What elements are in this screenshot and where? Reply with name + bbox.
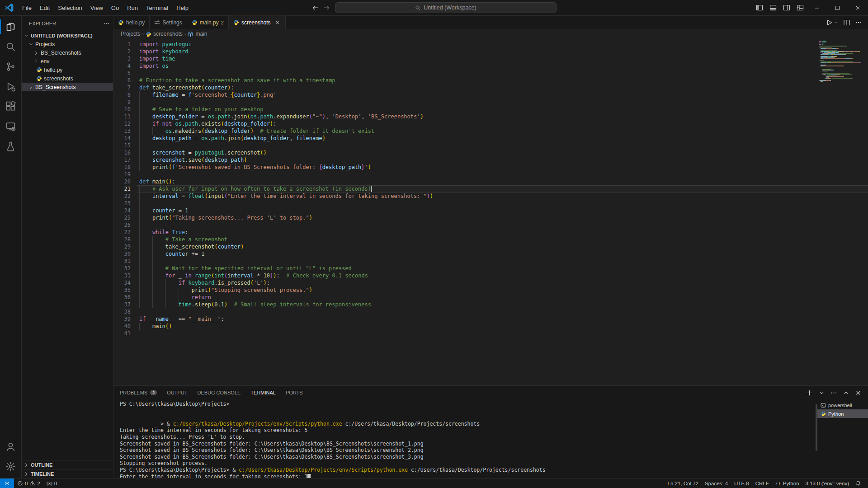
- code-token: (: [309, 113, 312, 120]
- terminal-output[interactable]: PS C:\Users\tkasa\Desktop\Projects> > & …: [113, 399, 816, 478]
- terminal-text: > &: [120, 421, 173, 427]
- go-forward-icon[interactable]: [323, 4, 330, 11]
- sidebar-section-outline[interactable]: OUTLINE: [22, 460, 113, 469]
- tree-item-bs-screenshots[interactable]: BS_Screenshots: [22, 48, 113, 57]
- code-line: print(f'Screenshot saved in BS_Screensho…: [137, 164, 868, 171]
- panel-tab-ports[interactable]: PORTS: [286, 386, 303, 399]
- status-remote-indicator[interactable]: [0, 479, 14, 488]
- code-line: [137, 99, 868, 106]
- menu-run[interactable]: Run: [123, 3, 142, 13]
- code-token: counter: [217, 244, 241, 250]
- new-terminal-icon[interactable]: [806, 389, 813, 396]
- tree-item-screenshots[interactable]: screenshots: [22, 74, 113, 83]
- code-token: [139, 207, 152, 214]
- code-editor[interactable]: 1234567891011121314151617181920212223242…: [113, 39, 868, 385]
- go-back-icon[interactable]: [311, 4, 319, 11]
- menu-edit[interactable]: Edit: [36, 3, 54, 13]
- indent-guide: [152, 243, 153, 250]
- terminal-instance-python[interactable]: Python: [817, 409, 868, 418]
- tab-settings[interactable]: Settings: [150, 16, 187, 29]
- customize-layout-icon[interactable]: [797, 4, 804, 11]
- tab-screenshots[interactable]: screenshots: [229, 16, 286, 29]
- more-actions-icon[interactable]: [855, 19, 862, 26]
- sidebar-section-timeline[interactable]: TIMELINE: [22, 469, 113, 478]
- code-token: if: [179, 280, 185, 286]
- toggle-primary-sidebar-icon[interactable]: [756, 4, 763, 11]
- toggle-panel-icon[interactable]: [769, 4, 777, 11]
- tree-item-projects[interactable]: Projects: [22, 40, 113, 48]
- activity-source-control[interactable]: [0, 56, 22, 76]
- breadcrumb-item-main[interactable]: main: [188, 31, 207, 37]
- launch-profile-icon[interactable]: [818, 389, 825, 396]
- panel-tab-problems[interactable]: PROBLEMS2: [120, 386, 157, 399]
- code-token: ): [322, 135, 326, 141]
- status-eol-sequence[interactable]: CRLF: [752, 479, 772, 488]
- tree-item-hello-py[interactable]: hello.py: [22, 66, 113, 74]
- menu-view[interactable]: View: [86, 3, 107, 13]
- status-cursor-position[interactable]: Ln 21, Col 72: [665, 479, 702, 488]
- breadcrumb[interactable]: Projects›screenshots›main: [113, 29, 868, 39]
- panel-tab-terminal[interactable]: TERMINAL: [250, 386, 276, 399]
- code-token: desktop_folder: [205, 128, 250, 134]
- activity-accounts[interactable]: [0, 436, 22, 456]
- indent-guide: [165, 279, 166, 286]
- status-problems[interactable]: 02: [14, 479, 43, 488]
- breadcrumb-item-screenshots[interactable]: screenshots: [146, 31, 183, 37]
- tab-hello-py[interactable]: hello.py: [113, 16, 150, 29]
- maximize-button[interactable]: [827, 0, 848, 15]
- line-number: 18: [113, 164, 131, 171]
- activity-run-and-debug[interactable]: [0, 76, 22, 96]
- menu-file[interactable]: File: [18, 3, 36, 13]
- menu-terminal[interactable]: Terminal: [142, 3, 172, 13]
- account-icon: [5, 441, 16, 452]
- run-dropdown-icon[interactable]: [834, 20, 839, 25]
- command-center-search[interactable]: Untitled (Workspace): [335, 2, 557, 13]
- panel-tab-debug-console[interactable]: DEBUG CONSOLE: [197, 386, 241, 399]
- chevron-right-icon: [33, 59, 39, 64]
- toggle-secondary-sidebar-icon[interactable]: [783, 4, 790, 11]
- minimize-button[interactable]: [807, 0, 827, 15]
- menu-help[interactable]: Help: [172, 3, 193, 13]
- status-indentation[interactable]: Spaces: 4: [702, 479, 731, 488]
- status-language-mode[interactable]: {}Python: [772, 479, 802, 488]
- panel-tab-output[interactable]: OUTPUT: [167, 386, 187, 399]
- activity-manage[interactable]: [0, 456, 22, 476]
- close-icon[interactable]: [274, 19, 281, 26]
- activity-remote-explorer[interactable]: [0, 116, 22, 136]
- code-token: [192, 272, 195, 279]
- menu-go[interactable]: Go: [107, 3, 123, 13]
- files-icon: [5, 22, 16, 32]
- status-python-interpreter[interactable]: 3.13.0 ('env': venv): [802, 479, 852, 488]
- run-python-file-icon[interactable]: [826, 19, 833, 26]
- tab-main-py[interactable]: main.py2: [187, 16, 229, 29]
- python-icon: [192, 19, 198, 25]
- menu-selection[interactable]: Selection: [54, 3, 86, 13]
- minimap-line: [819, 82, 862, 83]
- status-notifications[interactable]: [852, 479, 864, 488]
- code-token: "~": [312, 113, 322, 120]
- activity-testing[interactable]: [0, 136, 22, 156]
- activity-explorer[interactable]: [0, 17, 22, 37]
- views-and-more-actions-icon[interactable]: [830, 389, 837, 396]
- indent-guide: [139, 229, 140, 236]
- views-more-actions-icon[interactable]: [103, 20, 109, 27]
- terminal-text: c:/Users/tkasa/Desktop/Projects/screensh…: [408, 467, 546, 473]
- close-panel-icon[interactable]: [855, 389, 862, 396]
- status-encoding[interactable]: UTF-8: [731, 479, 752, 488]
- terminal-instance-powershell[interactable]: powershell: [817, 401, 868, 409]
- code-line: import time: [137, 55, 868, 62]
- minimap[interactable]: [819, 41, 862, 83]
- status-ports-forwarded[interactable]: 0: [43, 479, 60, 488]
- activity-extensions[interactable]: [0, 96, 22, 116]
- activity-search[interactable]: [0, 37, 22, 56]
- split-editor-icon[interactable]: [843, 19, 850, 26]
- close-window-button[interactable]: [848, 0, 868, 15]
- breadcrumb-item-projects[interactable]: Projects: [121, 31, 140, 37]
- tree-item-env[interactable]: env: [22, 57, 113, 66]
- module-icon: [188, 31, 193, 37]
- code-content[interactable]: import pyautoguiimport keyboardimport ti…: [137, 39, 868, 385]
- tree-item-bs-screenshots[interactable]: BS_Screenshots: [22, 83, 113, 91]
- code-token: desktop_path: [205, 157, 244, 163]
- maximize-panel-icon[interactable]: [843, 389, 849, 396]
- tree-item-untitled-workspace-[interactable]: UNTITLED (WORKSPACE): [22, 31, 113, 40]
